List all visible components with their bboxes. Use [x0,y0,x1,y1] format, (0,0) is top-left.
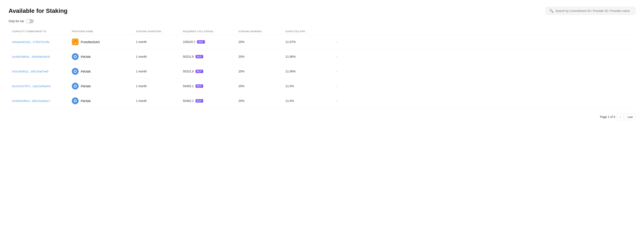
search-icon: 🔍 [549,9,554,13]
search-input[interactable] [555,9,632,12]
collateral-cell: 105420.7 FLT [183,40,238,44]
sort-arrow-duration: ↓ [162,30,163,33]
flt-badge: FLT [196,84,203,88]
row-chevron[interactable]: › [332,84,341,88]
reward-cell: 20% [238,84,286,88]
row-chevron[interactable]: › [332,99,341,103]
provider-avatar [72,83,79,90]
provider-cell: PiKNiK [72,83,136,90]
provider-avatar [72,98,79,104]
commitment-id-link[interactable]: 0xcd13317972...1eb22e56a34c [12,84,51,88]
provider-name: PiKNiK [81,99,91,103]
commitment-id-cell[interactable]: 0xc90538f5d1...944d38c09c35 [12,55,72,58]
provider-cell: PiKNiK [72,98,136,104]
row-chevron[interactable]: › [332,55,341,58]
page-title: Available for Staking [8,8,68,14]
sort-arrow-apr: ↓ [306,30,307,33]
table-row[interactable]: 0xc90538f5d1...944d38c09c35 PiKNiK 1 mon… [8,49,636,64]
flt-badge: FLT [196,55,203,58]
duration-cell: 1 month [136,84,183,88]
next-page-button[interactable]: › [617,114,624,120]
provider-avatar [72,68,79,75]
col-commitment-id: CAPACITY COMMITMENT ID [12,30,72,33]
commitment-id-link[interactable]: 0x6aebe810a2...1705373c1ffa [12,40,49,44]
commitment-id-link[interactable]: 0x392819f9cd...30812ea0ae17 [12,99,50,102]
collateral-value: 105420.7 [183,40,195,44]
col-expected-apr[interactable]: EXPECTED APR ↓ [286,30,332,33]
provider-cell: PiKNiK [72,53,136,60]
apr-cell: 11.66% [286,70,332,73]
only-for-me-label: Only for me [8,20,24,23]
page-info: Page 1 of 5 [600,115,615,118]
provider-name: ProtofireDAO [81,40,100,44]
reward-cell: 20% [238,55,286,58]
apr-cell: 11.66% [286,55,332,58]
flt-badge: FLT [196,70,203,73]
commitment-id-cell[interactable]: 0x3ccff26012...d3f125a67ed5 [12,70,72,73]
duration-cell: 1 month [136,40,183,44]
svg-point-7 [74,100,76,102]
apr-cell: 11.6% [286,84,332,88]
collateral-cell: 50492.1 FLT [183,99,238,102]
reward-cell: 20% [238,70,286,73]
col-staking-reward[interactable]: STAKING REWARD ↓ [238,30,286,33]
provider-name: PiKNiK [81,70,91,73]
filter-row: Only for me [8,19,636,23]
col-provider-name: PROVIDER NAME [72,30,136,33]
collateral-value: 50492.1 [183,84,194,88]
flt-badge: FLT [196,99,203,102]
provider-avatar: 🔥 [72,38,79,45]
collateral-value: 50231.9 [183,70,194,73]
collateral-cell: 50492.1 FLT [183,84,238,88]
col-action [332,30,341,33]
collateral-value: 50492.1 [183,99,194,102]
table-row[interactable]: 0x6aebe810a2...1705373c1ffa 🔥 ProtofireD… [8,34,636,49]
flt-badge: FLT [197,40,205,44]
reward-cell: 20% [238,99,286,102]
table-row[interactable]: 0x392819f9cd...30812ea0ae17 PiKNiK 1 mon… [8,94,636,108]
col-required-collateral[interactable]: REQUIRED COLLATERAL ↓ [183,30,238,33]
sort-arrow-collateral: ↓ [215,30,216,33]
collateral-value: 50231.9 [183,55,194,58]
provider-name: PiKNiK [81,55,91,58]
apr-cell: 11.6% [286,99,332,102]
last-page-button[interactable]: Last [624,114,636,120]
only-for-me-toggle[interactable] [26,19,34,23]
row-chevron[interactable]: › [332,40,341,44]
commitment-id-link[interactable]: 0x3ccff26012...d3f125a67ed5 [12,70,48,73]
data-table: CAPACITY COMMITMENT ID PROVIDER NAME STA… [8,28,636,108]
provider-cell: PiKNiK [72,68,136,75]
duration-cell: 1 month [136,99,183,102]
duration-cell: 1 month [136,70,183,73]
table-row[interactable]: 0x3ccff26012...d3f125a67ed5 PiKNiK 1 mon… [8,64,636,79]
svg-point-5 [74,85,76,87]
commitment-id-cell[interactable]: 0x6aebe810a2...1705373c1ffa [12,40,72,44]
commitment-id-cell[interactable]: 0x392819f9cd...30812ea0ae17 [12,99,72,102]
col-staking-duration[interactable]: STAKING DURATION ↓ [136,30,183,33]
apr-cell: 11.67% [286,40,332,44]
table-row[interactable]: 0xcd13317972...1eb22e56a34c PiKNiK 1 mon… [8,79,636,94]
row-chevron[interactable]: › [332,70,341,73]
sort-arrow-reward: ↓ [262,30,264,33]
commitment-id-cell[interactable]: 0xcd13317972...1eb22e56a34c [12,84,72,88]
duration-cell: 1 month [136,55,183,58]
commitment-id-link[interactable]: 0xc90538f5d1...944d38c09c35 [12,55,50,58]
table-header: CAPACITY COMMITMENT ID PROVIDER NAME STA… [8,28,636,34]
collateral-cell: 50231.9 FLT [183,55,238,58]
svg-point-1 [74,56,76,58]
svg-point-3 [74,70,76,72]
provider-cell: 🔥 ProtofireDAO [72,38,136,45]
reward-cell: 20% [238,40,286,44]
collateral-cell: 50231.9 FLT [183,70,238,73]
pagination: Page 1 of 5 › Last [8,114,636,120]
search-container[interactable]: 🔍 [546,7,636,15]
page-header: Available for Staking 🔍 [8,7,636,15]
provider-avatar [72,53,79,60]
table-body: 0x6aebe810a2...1705373c1ffa 🔥 ProtofireD… [8,34,636,108]
provider-name: PiKNiK [81,84,91,88]
